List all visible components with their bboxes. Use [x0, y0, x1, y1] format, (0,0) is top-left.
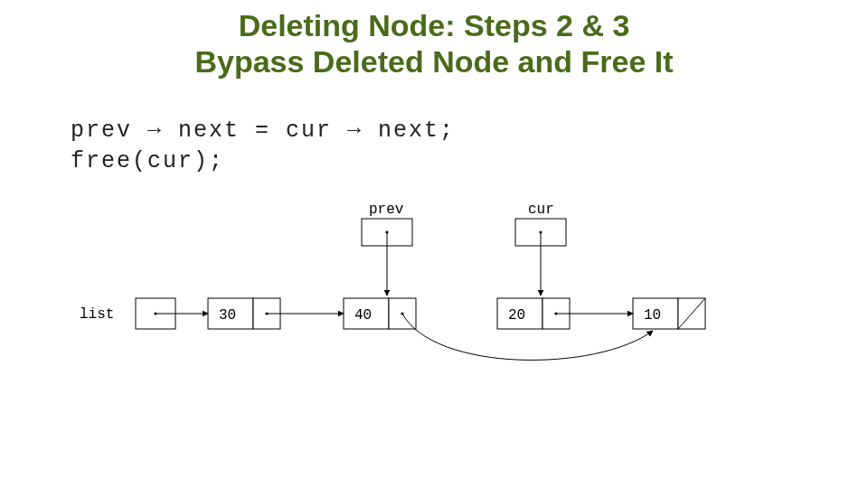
prev-label: prev — [369, 202, 404, 218]
title-line-2: Bypass Deleted Node and Free It — [194, 44, 673, 79]
code-line-2: free(cur); — [71, 148, 224, 174]
code-block: prev → next = cur → next; free(cur); — [71, 116, 455, 177]
svg-text:20: 20 — [508, 307, 525, 324]
svg-text:40: 40 — [354, 307, 372, 324]
title-line-1: Deleting Node: Steps 2 & 3 — [239, 8, 630, 42]
node-40: 40 — [344, 298, 416, 329]
svg-text:30: 30 — [219, 307, 236, 324]
list-label: list — [80, 306, 114, 323]
linked-list-diagram: prev cur list 30 40 20 10 — [54, 201, 814, 381]
slide-title: Deleting Node: Steps 2 & 3 Bypass Delete… — [0, 7, 868, 80]
code-line-1: prev → next = cur → next; — [71, 117, 455, 144]
cur-label: cur — [528, 202, 554, 218]
node-10: 10 — [633, 298, 705, 329]
svg-text:10: 10 — [644, 307, 661, 324]
